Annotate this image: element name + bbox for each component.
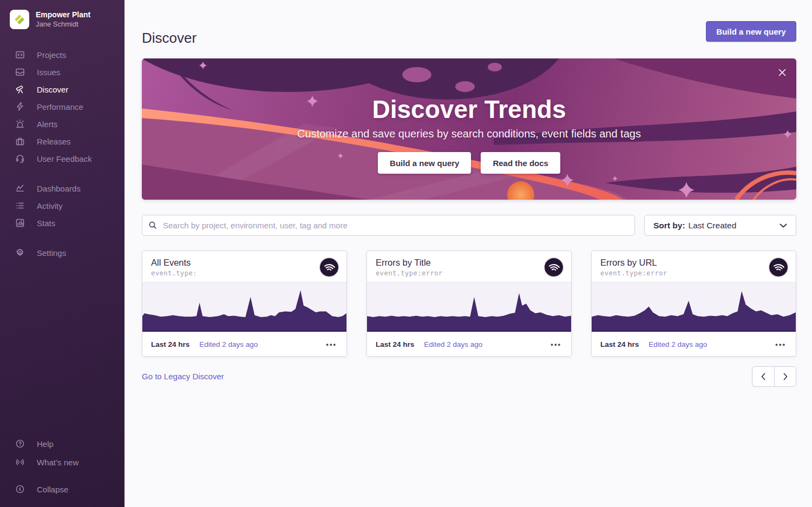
time-range-label: Last 24 hrs	[376, 340, 414, 348]
org-user: Jane Schmidt	[36, 20, 90, 29]
build-new-query-button[interactable]: Build a new query	[706, 21, 796, 42]
saved-query-card[interactable]: Errors by Title event.type:error Last 24…	[366, 251, 572, 357]
banner-close-button[interactable]	[776, 67, 788, 78]
sidebar-item-releases[interactable]: Releases	[0, 133, 125, 150]
sidebar-item-dashboards[interactable]: Dashboards	[0, 180, 125, 197]
sidebar-item-issues[interactable]: Issues	[0, 63, 125, 81]
line-chart-icon	[15, 183, 25, 193]
sidebar-item-help[interactable]: Help	[0, 434, 125, 453]
list-icon	[15, 201, 25, 210]
sidebar-item-label: Issues	[37, 68, 60, 77]
sidebar-item-label: Performance	[37, 102, 83, 111]
help-circle-icon	[15, 439, 25, 449]
banner-actions: Build a new query Read the docs	[378, 152, 560, 174]
card-header: Errors by URL event.type:error	[592, 251, 796, 282]
nav-secondary: Dashboards Activity Stats	[0, 180, 125, 232]
banner-content: Discover Trends Customize and save queri…	[142, 58, 796, 200]
pagination-next-button[interactable]	[774, 366, 796, 387]
sidebar-item-label: Help	[37, 439, 54, 449]
card-footer: Last 24 hrs Edited 2 days ago •••	[367, 332, 571, 356]
card-context-menu-button[interactable]: •••	[774, 338, 787, 351]
card-footer: Last 24 hrs Edited 2 days ago •••	[592, 332, 796, 356]
project-badge	[543, 257, 564, 278]
project-badge	[768, 257, 789, 278]
query-string: event.type:error	[600, 269, 787, 277]
sidebar-item-whats-new[interactable]: What’s new	[0, 453, 125, 471]
saved-query-card[interactable]: All Events event.type: Last 24 hrs Edite…	[142, 251, 347, 357]
sidebar-item-label: Collapse	[37, 485, 68, 494]
query-string: event.type:error	[376, 269, 562, 277]
org-avatar	[10, 10, 29, 29]
sidebar-item-stats[interactable]: Stats	[0, 214, 125, 232]
sidebar-item-user-feedback[interactable]: User Feedback	[0, 150, 125, 167]
sidebar-item-label: Releases	[37, 137, 71, 146]
sidebar-item-label: Dashboards	[37, 184, 81, 193]
sidebar-item-performance[interactable]: Performance	[0, 98, 125, 115]
banner-read-docs-button[interactable]: Read the docs	[481, 152, 560, 174]
sidebar-item-settings[interactable]: Settings	[0, 244, 125, 261]
search-input[interactable]	[142, 215, 635, 236]
sidebar-item-label: Projects	[37, 50, 66, 60]
sentry-logo-icon	[545, 258, 563, 276]
broadcast-icon	[15, 457, 25, 467]
chevron-down-icon	[780, 223, 787, 228]
siren-icon	[15, 119, 25, 129]
projects-icon	[15, 50, 25, 60]
lightning-icon	[15, 102, 25, 111]
org-name: Empower Plant	[36, 10, 90, 19]
gem-icon	[14, 14, 25, 25]
pagination-prev-button[interactable]	[752, 366, 774, 387]
time-range-label: Last 24 hrs	[600, 340, 639, 348]
saved-query-search	[142, 215, 635, 236]
card-context-menu-button[interactable]: •••	[549, 338, 562, 351]
banner-build-query-button[interactable]: Build a new query	[378, 152, 471, 174]
support-icon	[15, 154, 25, 163]
close-icon	[777, 68, 787, 77]
query-title: All Events	[151, 257, 338, 268]
sidebar-item-discover[interactable]: Discover	[0, 81, 125, 98]
sidebar-item-label: User Feedback	[37, 154, 92, 163]
discover-trends-banner: Discover Trends Customize and save queri…	[142, 58, 796, 200]
nav-primary: Projects Issues Discover Performance Ale…	[0, 46, 125, 167]
nav-footer: Help What’s new	[0, 434, 125, 471]
project-badge	[319, 257, 339, 278]
telescope-icon	[15, 84, 25, 94]
card-context-menu-button[interactable]: •••	[325, 338, 338, 351]
banner-subtitle: Customize and save queries by search con…	[297, 128, 641, 140]
sidebar-item-projects[interactable]: Projects	[0, 46, 125, 63]
query-chart-area	[592, 282, 796, 332]
card-footer: Last 24 hrs Edited 2 days ago •••	[142, 332, 346, 356]
org-labels: Empower Plant Jane Schmidt	[36, 10, 90, 29]
issues-icon	[15, 67, 25, 77]
briefcase-icon	[15, 136, 25, 146]
sidebar: Empower Plant Jane Schmidt Projects Issu…	[0, 0, 125, 507]
gear-icon	[15, 248, 25, 258]
sentry-logo-icon	[769, 258, 788, 276]
sidebar-item-label: What’s new	[37, 458, 78, 467]
sidebar-item-label: Stats	[37, 219, 55, 228]
events-sparkline-chart	[592, 282, 796, 331]
legacy-discover-link[interactable]: Go to Legacy Discover	[142, 372, 224, 381]
search-icon	[148, 221, 157, 232]
saved-query-card[interactable]: Errors by URL event.type:error Last 24 h…	[591, 251, 796, 357]
sidebar-item-activity[interactable]: Activity	[0, 197, 125, 214]
time-range-label: Last 24 hrs	[151, 340, 189, 348]
chevron-left-circle-icon	[15, 484, 25, 494]
bar-chart-icon	[15, 218, 25, 228]
sidebar-item-label: Settings	[37, 248, 66, 258]
pagination	[752, 366, 796, 387]
sort-label: Sort by:	[653, 221, 685, 231]
nav-settings: Settings	[0, 244, 125, 261]
edited-label: Edited 2 days ago	[199, 340, 258, 348]
card-header: All Events event.type:	[142, 251, 346, 282]
query-title: Errors by URL	[600, 257, 787, 268]
sidebar-footer: Help What’s new Collapse	[0, 434, 125, 498]
org-switcher[interactable]: Empower Plant Jane Schmidt	[10, 10, 90, 29]
sort-dropdown[interactable]: Sort by: Last Created	[644, 215, 796, 236]
sidebar-item-alerts[interactable]: Alerts	[0, 115, 125, 133]
chevron-left-icon	[761, 373, 766, 380]
sidebar-item-label: Alerts	[37, 120, 57, 129]
nav-collapse: Collapse	[0, 480, 125, 498]
sidebar-collapse-button[interactable]: Collapse	[0, 480, 125, 498]
card-header: Errors by Title event.type:error	[367, 251, 571, 282]
